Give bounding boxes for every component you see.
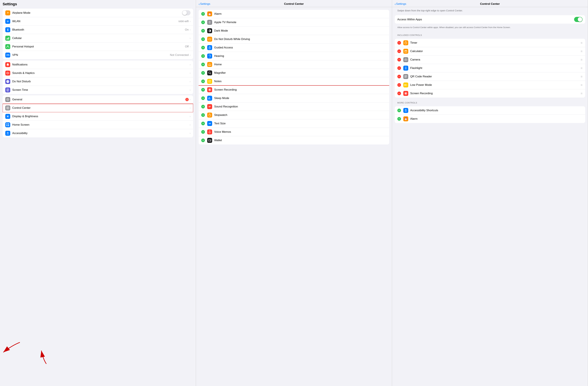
screentime-item[interactable]: Screen Time ›: [3, 86, 193, 94]
general-group: General 1 › Control Center › Display & B…: [3, 95, 193, 137]
bluetooth-item[interactable]: Bluetooth On ›: [3, 26, 193, 34]
alarm-right-label: Alarm: [410, 117, 583, 121]
screentime-chevron: ›: [190, 88, 190, 91]
home-add-btn[interactable]: +: [201, 63, 205, 66]
sounds-item[interactable]: Sounds & Haptics ›: [3, 69, 193, 77]
alarm-right-item[interactable]: + ⏰ Alarm: [395, 115, 585, 123]
accessibility-icon: [5, 131, 10, 136]
calculator-remove-btn[interactable]: −: [397, 49, 401, 53]
notes-list-item[interactable]: + Notes: [199, 77, 389, 86]
home-label: Home: [214, 63, 386, 66]
svg-rect-17: [6, 123, 7, 124]
dnd-driving-list-item[interactable]: + Do Not Disturb While Driving: [199, 35, 389, 43]
lowpower-remove-btn[interactable]: −: [397, 83, 401, 87]
wallet-list-item[interactable]: + Wallet: [199, 136, 389, 144]
right-back-button[interactable]: ‹ Settings: [395, 2, 406, 6]
accessibility-shortcuts-add-btn[interactable]: +: [397, 109, 401, 112]
screenrecording-remove-btn[interactable]: −: [397, 92, 401, 95]
svg-rect-3: [9, 37, 9, 40]
appletv-add-btn[interactable]: +: [201, 20, 205, 24]
voicememos-list-item[interactable]: + Voice Memos: [199, 128, 389, 136]
middle-back-button[interactable]: ‹ Settings: [199, 2, 210, 6]
hearing-add-btn[interactable]: +: [201, 54, 205, 58]
svg-point-47: [406, 51, 406, 52]
flashlight-drag-handle[interactable]: ≡: [581, 66, 583, 70]
textsize-list-item[interactable]: + AA Text Size: [199, 119, 389, 128]
darkmode-add-btn[interactable]: +: [201, 29, 205, 33]
qrcode-drag-handle[interactable]: ≡: [581, 75, 583, 79]
svg-point-53: [405, 59, 406, 60]
controlcenter-item[interactable]: Control Center ›: [3, 104, 193, 112]
general-item[interactable]: General 1 ›: [3, 95, 193, 104]
screenrecording-add-btn[interactable]: +: [201, 88, 205, 92]
included-screenrecording-item[interactable]: − Screen Recording ≡: [395, 89, 585, 98]
dnd-driving-label: Do Not Disturb While Driving: [214, 38, 386, 41]
screenrecording-list-item[interactable]: + Screen Recording: [199, 86, 389, 94]
alarm-add-btn[interactable]: +: [201, 12, 205, 16]
notes-add-btn[interactable]: +: [201, 80, 205, 83]
sleepmode-list-item[interactable]: + Sleep Mode: [199, 94, 389, 102]
appletv-list-item[interactable]: + Apple TV Remote: [199, 18, 389, 27]
svg-point-51: [406, 52, 407, 52]
dnd-driving-add-btn[interactable]: +: [201, 37, 205, 41]
alarm-right-add-btn[interactable]: +: [397, 117, 401, 121]
guidedaccess-list-item[interactable]: + Guided Access: [199, 43, 389, 52]
guidedaccess-add-btn[interactable]: +: [201, 46, 205, 49]
general-label: General: [12, 98, 185, 101]
control-center-description: Swipe down from the top-right edge to op…: [392, 7, 588, 14]
lowpower-drag-handle[interactable]: ≡: [581, 83, 583, 87]
vpn-item[interactable]: VPN VPN Not Connected ›: [3, 51, 193, 59]
displaybrightness-item[interactable]: Display & Brightness ›: [3, 112, 193, 121]
magnifier-add-btn[interactable]: +: [201, 71, 205, 75]
system-group: Notifications › Sounds & Haptics › Do No…: [3, 61, 193, 94]
alarm-list-item[interactable]: + ⏰ Alarm: [199, 10, 389, 18]
svg-rect-7: [7, 89, 8, 90]
homescreen-icon: [5, 122, 10, 127]
soundrecognition-add-btn[interactable]: +: [201, 105, 205, 108]
wallet-add-btn[interactable]: +: [201, 139, 205, 142]
calculator-drag-handle[interactable]: ≡: [581, 49, 583, 53]
home-list-item[interactable]: + Home: [199, 60, 389, 69]
accessibility-shortcuts-item[interactable]: + Accessibility Shortcuts: [395, 106, 585, 115]
screenrecording-drag-handle[interactable]: ≡: [581, 92, 583, 95]
darkmode-list-item[interactable]: + Dark Mode: [199, 27, 389, 35]
middle-scroll: + ⏰ Alarm + Apple TV Remote + Dark Mode: [196, 7, 392, 386]
camera-drag-handle[interactable]: ≡: [581, 58, 583, 62]
textsize-add-btn[interactable]: +: [201, 122, 205, 125]
voicememos-add-btn[interactable]: +: [201, 130, 205, 134]
cellular-item[interactable]: Cellular ›: [3, 34, 193, 42]
hotspot-value: Off: [185, 45, 189, 48]
camera-remove-btn[interactable]: −: [397, 58, 401, 61]
donotdisturb-item[interactable]: Do Not Disturb ›: [3, 77, 193, 86]
notifications-item[interactable]: Notifications ›: [3, 61, 193, 69]
qrcode-remove-btn[interactable]: −: [397, 75, 401, 78]
hotspot-item[interactable]: Personal Hotspot Off ›: [3, 42, 193, 51]
flashlight-remove-btn[interactable]: −: [397, 66, 401, 70]
timer-remove-btn[interactable]: −: [397, 41, 401, 45]
camera-icon: [403, 57, 408, 62]
soundrecognition-list-item[interactable]: + Sound Recognition: [199, 102, 389, 111]
included-calculator-item[interactable]: − Calculator ≡: [395, 47, 585, 56]
airplane-mode-item[interactable]: ✈ Airplane Mode: [3, 9, 193, 17]
voicememos-icon: [207, 129, 212, 134]
stopwatch-list-item[interactable]: + Stopwatch: [199, 111, 389, 119]
hearing-list-item[interactable]: + Hearing: [199, 52, 389, 60]
magnifier-list-item[interactable]: + Magnifier: [199, 69, 389, 77]
screentime-label: Screen Time: [12, 88, 190, 92]
included-flashlight-item[interactable]: − Flashlight ≡: [395, 64, 585, 72]
included-lowpower-item[interactable]: − Low Power Mode ≡: [395, 81, 585, 89]
access-within-apps-toggle[interactable]: [574, 17, 583, 22]
stopwatch-add-btn[interactable]: +: [201, 113, 205, 117]
svg-point-48: [406, 51, 407, 52]
included-timer-item[interactable]: − Timer ≡: [395, 39, 585, 47]
included-camera-item[interactable]: − Camera ≡: [395, 56, 585, 64]
sleepmode-icon: [207, 96, 212, 101]
svg-rect-32: [209, 65, 210, 66]
timer-drag-handle[interactable]: ≡: [581, 41, 583, 45]
sleepmode-add-btn[interactable]: +: [201, 96, 205, 100]
homescreen-item[interactable]: Home Screen ›: [3, 121, 193, 129]
accessibility-item[interactable]: Accessibility ›: [3, 129, 193, 137]
wlan-item[interactable]: WLAN iobit-wifi ›: [3, 17, 193, 26]
airplane-toggle[interactable]: [182, 10, 190, 15]
included-qrcode-item[interactable]: − QR Code Reader ≡: [395, 72, 585, 81]
